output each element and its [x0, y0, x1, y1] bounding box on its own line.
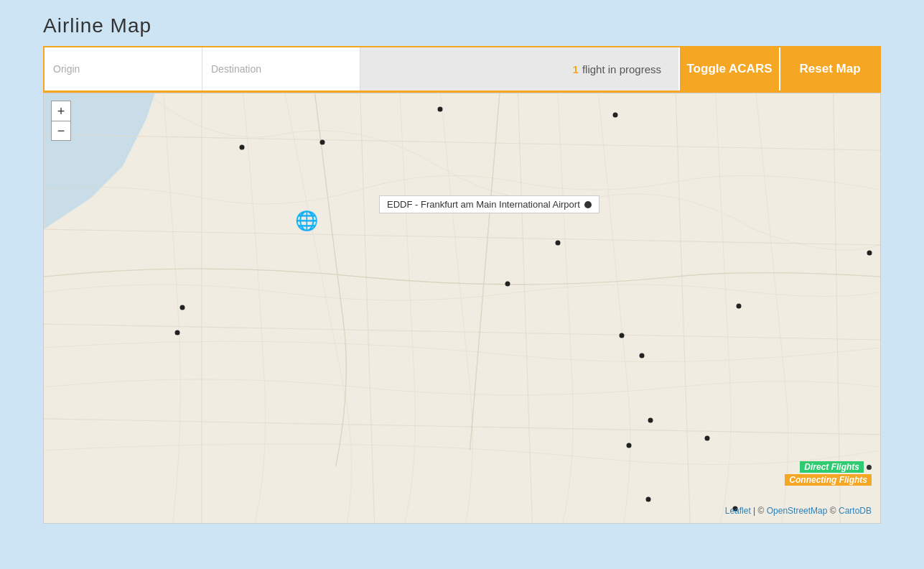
zoom-controls: + −: [51, 101, 71, 141]
legend-connecting: Connecting Flights: [785, 474, 872, 486]
airport-dot: [556, 241, 561, 246]
legend-direct-label: Direct Flights: [800, 461, 864, 473]
osm-link[interactable]: OpenStreetMap: [767, 506, 828, 516]
zoom-in-button[interactable]: +: [51, 101, 71, 121]
leaflet-link[interactable]: Leaflet: [725, 506, 751, 516]
airport-dot: [867, 251, 872, 256]
origin-input[interactable]: [45, 47, 202, 91]
page-wrapper: Airline Map 1 flight in progress Toggle …: [0, 0, 924, 538]
airport-dot: [180, 305, 185, 310]
attribution-sep2: ©: [830, 506, 839, 516]
reset-map-button[interactable]: Reset Map: [779, 47, 879, 91]
airport-dot: [640, 353, 645, 358]
page-title: Airline Map: [43, 14, 881, 37]
zoom-out-button[interactable]: −: [51, 121, 71, 141]
plane-icon: 🌐: [295, 210, 318, 233]
airport-dot: [737, 304, 742, 309]
legend-connecting-label: Connecting Flights: [785, 474, 872, 486]
airport-dot: [175, 330, 180, 336]
airport-dot: [648, 418, 653, 423]
flight-status: 1 flight in progress: [360, 47, 678, 91]
toolbar: 1 flight in progress Toggle ACARS Reset …: [43, 46, 881, 93]
status-text: flight in progress: [582, 63, 661, 75]
airport-tooltip: EDDF - Frankfurt am Main International A…: [379, 195, 599, 213]
legend-direct: Direct Flights: [800, 461, 872, 473]
tooltip-dot: [584, 201, 592, 208]
attribution-sep1: | ©: [753, 506, 767, 516]
map-legend: Direct Flights Connecting Flights: [785, 461, 872, 486]
map-svg: [44, 93, 880, 523]
airport-dot: [705, 436, 710, 441]
airport-dot: [613, 113, 618, 118]
airport-dot: [505, 282, 510, 287]
airport-dot: [320, 140, 325, 145]
status-count: 1: [573, 63, 579, 75]
airport-dot: [620, 333, 625, 338]
map-attribution: Leaflet | © OpenStreetMap © CartoDB: [725, 506, 872, 516]
airport-dot: [240, 145, 245, 150]
cartodb-link[interactable]: CartoDB: [839, 506, 872, 516]
airport-dot: [627, 443, 632, 448]
toggle-acars-button[interactable]: Toggle ACARS: [678, 47, 779, 91]
map-container[interactable]: + − 🌐 EDDF - Frankfurt am Main I: [43, 93, 881, 524]
legend-direct-dot: [867, 465, 872, 470]
destination-input[interactable]: [202, 47, 360, 91]
airport-dot: [646, 497, 651, 502]
airport-dot: [438, 107, 443, 112]
airport-tooltip-text: EDDF - Frankfurt am Main International A…: [387, 199, 580, 210]
